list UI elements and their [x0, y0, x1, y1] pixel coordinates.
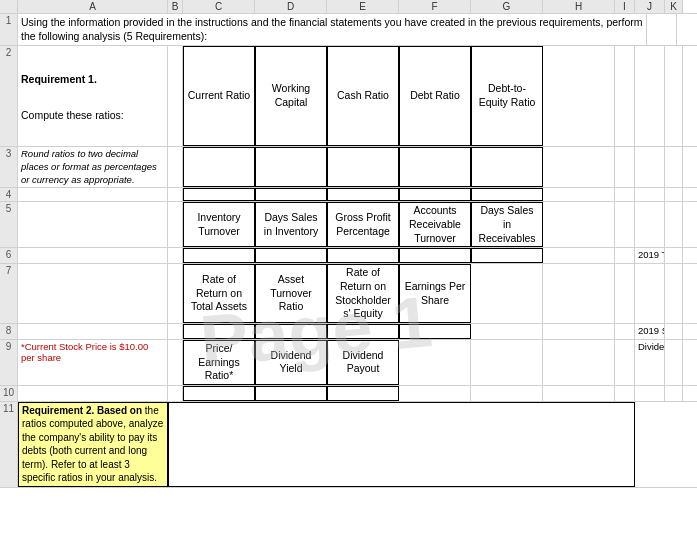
row4: 4: [0, 188, 697, 202]
debt-equity-header: Debt-to- Equity Ratio: [471, 46, 543, 146]
req2-answer-area[interactable]: [168, 402, 635, 487]
earnings-per-share-header: Earnings Per Share: [399, 264, 471, 323]
col-header-d: D: [255, 0, 327, 13]
inv-turnover-value[interactable]: [183, 248, 255, 263]
working-capital-header: Working Capital: [255, 46, 327, 146]
instruction-cell: Using the information provided in the in…: [18, 14, 647, 45]
col-header-h: H: [543, 0, 615, 13]
col-header-i: I: [615, 0, 635, 13]
current-ratio-value[interactable]: [183, 147, 255, 187]
col-header-k: K: [665, 0, 683, 13]
rate-return-equity-header: Rate of Return on Stockholder s' Equity: [327, 264, 399, 323]
cell-k1: [647, 14, 677, 45]
row9-table4-headers: 9 *Current Stock Price is $10.00 per sha…: [0, 340, 697, 386]
spreadsheet-container: Page 1 A B C D E F G H I J K 1 Using the…: [0, 0, 697, 488]
req1-label: Requirement 1. Compute these ratios:: [18, 46, 168, 146]
earnings-per-share-value[interactable]: [399, 324, 471, 339]
row2: 2 Requirement 1. Compute these ratios: C…: [0, 46, 697, 147]
row10-table4-values: 10: [0, 386, 697, 402]
div-payout-header: Dividend Payout: [327, 340, 399, 385]
div-yield-value[interactable]: [255, 386, 327, 401]
asset-turnover-value[interactable]: [255, 324, 327, 339]
cash-ratio-header: Cash Ratio: [327, 46, 399, 146]
column-headers: A B C D E F G H I J K: [0, 0, 697, 14]
req2-text: Requirement 2. Based on the ratios compu…: [18, 402, 168, 487]
asset-turnover-header: Asset Turnover Ratio: [255, 264, 327, 323]
col-header-g: G: [471, 0, 543, 13]
row6-table2-values: 6 2019 Total Assets =: [0, 248, 697, 264]
row11-req2: 11 Requirement 2. Based on the ratios co…: [0, 402, 697, 488]
rate-return-assets-header: Rate of Return on Total Assets: [183, 264, 255, 323]
col-header-j: J: [635, 0, 665, 13]
div-yield-header: Dividend Yield: [255, 340, 327, 385]
row7-table3-headers: 7 Rate of Return on Total Assets Asset T…: [0, 264, 697, 324]
days-sales-value[interactable]: [255, 248, 327, 263]
working-capital-value[interactable]: [255, 147, 327, 187]
cash-ratio-value[interactable]: [327, 147, 399, 187]
rate-return-equity-value[interactable]: [327, 324, 399, 339]
current-ratio-header: Current Ratio: [183, 46, 255, 146]
instruction-row: 1 Using the information provided in the …: [0, 14, 697, 46]
debt-ratio-value[interactable]: [399, 147, 471, 187]
debt-equity-value[interactable]: [471, 147, 543, 187]
days-rec-value[interactable]: [471, 248, 543, 263]
gross-profit-value[interactable]: [327, 248, 399, 263]
col-header-b: B: [168, 0, 183, 13]
col-header-a: A: [18, 0, 168, 13]
cell-h2: [543, 46, 615, 146]
div-payout-value[interactable]: [327, 386, 399, 401]
ar-turnover-header: Accounts Receivable Turnover: [399, 202, 471, 247]
italic-instruction: Round ratios to two decimal places or fo…: [18, 147, 168, 187]
rate-return-assets-value[interactable]: [183, 324, 255, 339]
row3: 3 Round ratios to two decimal places or …: [0, 147, 697, 188]
pe-ratio-value[interactable]: [183, 386, 255, 401]
cell-b2: [168, 46, 183, 146]
ar-turnover-value[interactable]: [399, 248, 471, 263]
days-sales-header: Days Sales in Inventory: [255, 202, 327, 247]
days-sales-rec-header: Days Sales in Receivables: [471, 202, 543, 247]
cell-j2: [635, 46, 665, 146]
cell-i2: [615, 46, 635, 146]
col-header-e: E: [327, 0, 399, 13]
pe-ratio-header: Price/ Earnings Ratio*: [183, 340, 255, 385]
col-header-c: C: [183, 0, 255, 13]
gross-profit-header: Gross Profit Percentage: [327, 202, 399, 247]
row5-table2-headers: 5 Inventory Turnover Days Sales in Inven…: [0, 202, 697, 248]
debt-ratio-header: Debt Ratio: [399, 46, 471, 146]
row8-table3-values: 8 2019 SHE =: [0, 324, 697, 340]
cell-k2: [665, 46, 683, 146]
stock-price-note: *Current Stock Price is $10.00 per share: [18, 340, 168, 385]
col-header-f: F: [399, 0, 471, 13]
inventory-turnover-header: Inventory Turnover: [183, 202, 255, 247]
row-num-header: [0, 0, 18, 13]
